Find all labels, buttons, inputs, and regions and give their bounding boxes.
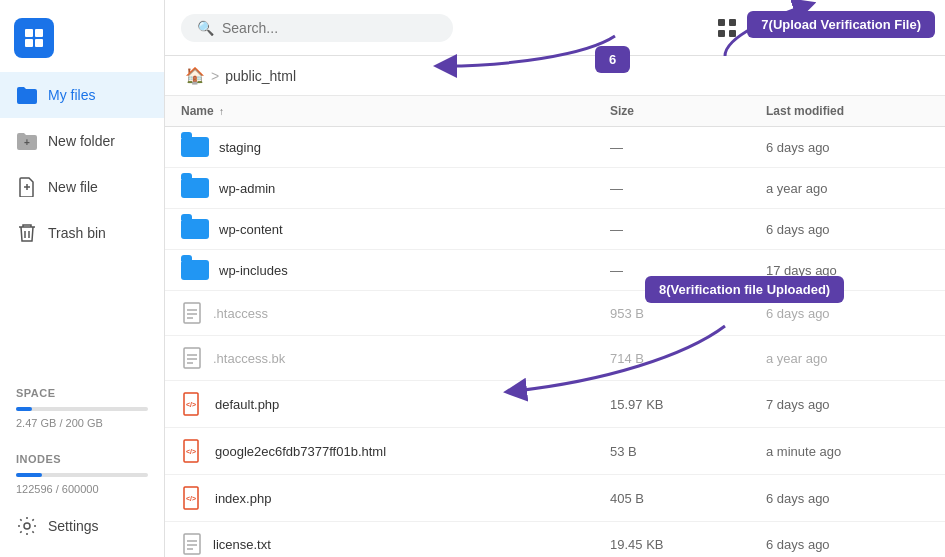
svg-rect-15	[839, 24, 843, 36]
file-modified: 6 days ago	[750, 522, 945, 558]
code-file-icon: </>	[181, 485, 205, 511]
settings-icon	[16, 515, 38, 537]
sidebar: My files + New folder New file	[0, 0, 165, 557]
svg-rect-35	[184, 534, 200, 554]
chart-bar-icon[interactable]	[831, 18, 851, 38]
main-content: 🔍	[165, 0, 945, 557]
svg-rect-3	[35, 39, 43, 47]
file-name: .htaccess	[213, 306, 268, 321]
header: 🔍	[165, 0, 945, 56]
sidebar-item-trash-bin[interactable]: Trash bin	[0, 210, 164, 256]
sidebar-item-my-files-label: My files	[48, 87, 95, 103]
file-name: license.txt	[213, 537, 271, 552]
trash-icon	[16, 222, 38, 244]
file-size: —	[594, 127, 750, 168]
sidebar-item-my-files[interactable]: My files	[0, 72, 164, 118]
file-modified: 6 days ago	[750, 291, 945, 336]
sort-arrow-name: ↑	[219, 106, 224, 117]
file-name-cell: staging	[165, 127, 594, 168]
code-file-icon: </>	[181, 391, 205, 417]
table-row[interactable]: wp-includes — 17 days ago	[165, 250, 945, 291]
svg-rect-16	[845, 20, 849, 36]
code-file-icon: </>	[181, 438, 205, 464]
col-modified: Last modified	[750, 96, 945, 127]
folder-icon	[181, 137, 209, 157]
svg-rect-10	[718, 19, 725, 26]
file-size: 53 B	[594, 428, 750, 475]
info-icon[interactable]	[869, 18, 889, 38]
file-modified: a year ago	[750, 168, 945, 209]
sidebar-item-new-folder[interactable]: + New folder	[0, 118, 164, 164]
table-row[interactable]: wp-admin — a year ago	[165, 168, 945, 209]
breadcrumb: 🏠 > public_html	[165, 56, 945, 96]
file-name: index.php	[215, 491, 271, 506]
table-row[interactable]: wp-content — 6 days ago	[165, 209, 945, 250]
download-icon[interactable]	[755, 18, 775, 38]
inodes-section-title: Inodes	[0, 437, 164, 469]
inodes-bar	[0, 469, 164, 481]
breadcrumb-home[interactable]: 🏠	[185, 66, 205, 85]
table-row[interactable]: license.txt 19.45 KB 6 days ago	[165, 522, 945, 558]
file-name-cell: license.txt	[165, 522, 594, 558]
sidebar-item-new-file[interactable]: New file	[0, 164, 164, 210]
file-name: wp-includes	[219, 263, 288, 278]
storage-usage: 2.47 GB / 200 GB	[0, 415, 164, 437]
file-name-cell: .htaccess	[165, 291, 594, 336]
svg-point-19	[879, 23, 880, 24]
folder-icon	[181, 219, 209, 239]
breadcrumb-current-folder: public_html	[225, 68, 296, 84]
sidebar-item-new-file-label: New file	[48, 179, 98, 195]
file-name-cell: wp-content	[165, 209, 594, 250]
file-name: default.php	[215, 397, 279, 412]
file-name: wp-content	[219, 222, 283, 237]
col-size: Size	[594, 96, 750, 127]
file-modified: 6 days ago	[750, 127, 945, 168]
svg-point-9	[24, 523, 30, 529]
table-row[interactable]: </> default.php 15.97 KB 7 days ago	[165, 381, 945, 428]
svg-rect-2	[25, 39, 33, 47]
file-name-cell: </> index.php	[165, 475, 594, 522]
table-row[interactable]: staging — 6 days ago	[165, 127, 945, 168]
folder-icon	[16, 84, 38, 106]
file-name: .htaccess.bk	[213, 351, 285, 366]
file-size: —	[594, 168, 750, 209]
folder-icon	[181, 178, 209, 198]
add-file-icon	[16, 176, 38, 198]
sidebar-item-trash-bin-label: Trash bin	[48, 225, 106, 241]
file-size: 405 B	[594, 475, 750, 522]
upload-icon[interactable]	[793, 18, 813, 38]
sidebar-item-settings[interactable]: Settings	[0, 503, 164, 549]
generic-file-icon	[181, 301, 203, 325]
table-row[interactable]: .htaccess 953 B 6 days ago	[165, 291, 945, 336]
file-name: google2ec6fdb7377ff01b.html	[215, 444, 386, 459]
search-input[interactable]	[222, 20, 437, 36]
file-modified: 7 days ago	[750, 381, 945, 428]
check-circle-icon[interactable]	[907, 17, 929, 39]
file-size: 19.45 KB	[594, 522, 750, 558]
generic-file-icon	[181, 346, 203, 370]
generic-file-icon	[181, 532, 203, 556]
inodes-usage: 122596 / 600000	[0, 481, 164, 503]
file-name-cell: wp-admin	[165, 168, 594, 209]
file-modified: 6 days ago	[750, 475, 945, 522]
col-name[interactable]: Name ↑	[165, 96, 594, 127]
svg-rect-14	[833, 28, 837, 36]
storage-section-title: Space	[0, 371, 164, 403]
svg-text:</>: </>	[186, 495, 196, 502]
file-modified: a year ago	[750, 336, 945, 381]
file-table: Name ↑ Size Last modified sta	[165, 96, 945, 557]
sidebar-item-settings-label: Settings	[48, 518, 99, 534]
table-row[interactable]: .htaccess.bk 714 B a year ago	[165, 336, 945, 381]
file-name-cell: </> google2ec6fdb7377ff01b.html	[165, 428, 594, 475]
file-modified: 6 days ago	[750, 209, 945, 250]
file-size: —	[594, 250, 750, 291]
file-name: wp-admin	[219, 181, 275, 196]
table-row[interactable]: </> google2ec6fdb7377ff01b.html 53 B a m…	[165, 428, 945, 475]
search-box[interactable]: 🔍	[181, 14, 453, 42]
grid-view-icon[interactable]	[717, 18, 737, 38]
svg-point-20	[909, 19, 927, 37]
file-table-container: Name ↑ Size Last modified sta	[165, 96, 945, 557]
table-row[interactable]: </> index.php 405 B 6 days ago	[165, 475, 945, 522]
file-size: 714 B	[594, 336, 750, 381]
storage-bar	[0, 403, 164, 415]
